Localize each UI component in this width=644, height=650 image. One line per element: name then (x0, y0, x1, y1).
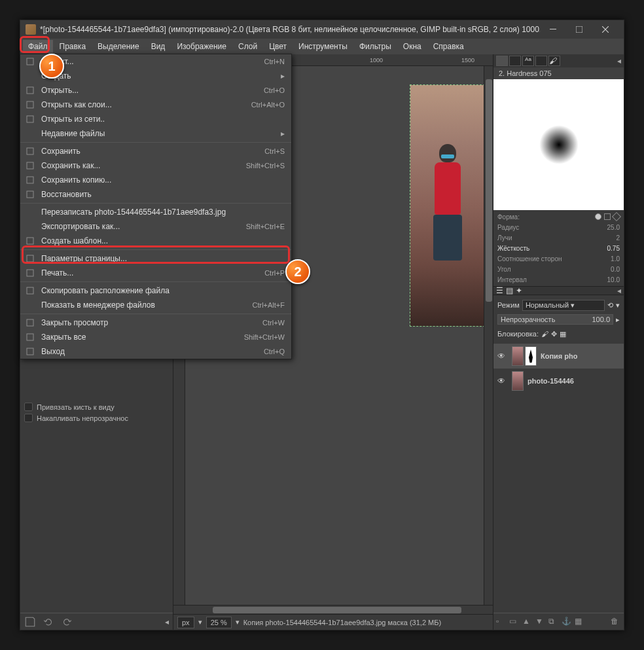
menu-item[interactable]: ВыходCtrl+Q (20, 344, 291, 359)
menu-item[interactable]: Создать шаблон... (20, 234, 291, 248)
merge-icon[interactable]: ⚓ (562, 617, 572, 627)
raise-icon[interactable]: ▲ (522, 617, 533, 627)
svg-rect-15 (27, 334, 33, 340)
menu-item[interactable]: Сохранить копию... (20, 173, 291, 187)
tab-patterns[interactable] (509, 56, 521, 66)
checkbox-icon[interactable] (24, 414, 33, 422)
dock-menu-icon[interactable]: ◂ (617, 56, 621, 65)
tool-option-row[interactable]: Накапливать непрозрачнос (20, 412, 173, 424)
menu-item[interactable]: Печать...Ctrl+P (20, 266, 291, 280)
opacity-slider[interactable]: Непрозрачность100.0 (497, 314, 613, 325)
tab-brushes[interactable] (496, 56, 508, 66)
paths-tab-icon[interactable]: ✦ (516, 286, 522, 295)
menu-item-label: Открыть как слои... (41, 100, 251, 109)
menu-item-label: Перезаписать photo-1544465544-1b71aee9df… (41, 208, 285, 217)
chevron-left-icon[interactable]: ◂ (165, 617, 169, 626)
menu-item[interactable]: Закрыть просмотрCtrl+W (20, 316, 291, 330)
tab-paint[interactable]: 🖌 (548, 56, 560, 66)
reset-icon[interactable]: ⟲ (607, 301, 613, 310)
menu-edit[interactable]: Правка (54, 40, 92, 53)
new-layer-icon[interactable]: ▫ (496, 617, 507, 627)
ruler-tick-label: 1500 (461, 57, 474, 63)
lower-icon[interactable]: ▼ (535, 617, 546, 627)
menu-file[interactable]: Файл (23, 40, 53, 53)
mode-label: Режим (497, 301, 520, 309)
save-icon (24, 146, 36, 156)
undo-icon[interactable] (43, 616, 54, 628)
menu-item[interactable]: Недавние файлы▸ (20, 126, 291, 141)
menu-item[interactable]: Сохранить как...Shift+Ctrl+S (20, 158, 291, 173)
duplicate-icon[interactable]: ⧉ (548, 617, 559, 627)
layer-item[interactable]: 👁 photo-154446 (493, 369, 624, 393)
menu-image[interactable]: Изображение (171, 40, 232, 53)
menu-item[interactable]: Закрыть всеShift+Ctrl+W (20, 330, 291, 344)
layer-name: Копия pho (541, 352, 577, 360)
menu-select[interactable]: Выделение (92, 40, 145, 53)
lock-label: Блокировка: (497, 330, 539, 338)
menu-item[interactable]: Перезаписать photo-1544465544-1b71aee9df… (20, 205, 291, 219)
lock-move-icon[interactable]: ✥ (551, 330, 557, 338)
layer-item[interactable]: 👁 Копия pho (493, 344, 624, 369)
eye-icon[interactable]: 👁 (497, 352, 508, 361)
menu-item-label: Сохранить как... (41, 161, 246, 170)
menu-filters[interactable]: Фильтры (354, 40, 397, 53)
mask-icon[interactable]: ▦ (575, 617, 585, 627)
shape-icons[interactable] (595, 213, 620, 220)
svg-rect-4 (27, 101, 33, 108)
chevron-down-icon[interactable]: ▾ (198, 618, 202, 626)
menu-layer[interactable]: Слой (233, 40, 262, 53)
file-menu-dropdown: ...роект...Ctrl+NСоздать▸Открыть...Ctrl+… (20, 54, 292, 359)
menu-item[interactable]: Открыть из сети.. (20, 112, 291, 126)
new-group-icon[interactable]: ▭ (509, 617, 520, 627)
tool-option-row[interactable]: Привязать кисть к виду (20, 401, 173, 412)
chevron-down-icon[interactable]: ▾ (236, 618, 240, 626)
delete-icon[interactable]: 🗑 (611, 617, 621, 627)
lock-brush-icon[interactable]: 🖌 (541, 330, 548, 338)
menu-item-shortcut: Ctrl+Alt+F (252, 301, 285, 309)
tab-history[interactable] (535, 56, 547, 66)
ruler-tick-label: 1000 (370, 57, 383, 63)
lock-alpha-icon[interactable]: ▦ (560, 330, 566, 338)
menu-item[interactable]: Открыть как слои...Ctrl+Alt+O (20, 98, 291, 112)
status-text: Копия photo-1544465544-1b71aee9dfa3.jpg … (243, 619, 441, 626)
zoom-field[interactable]: 25 % (206, 617, 232, 628)
mode-select[interactable]: Нормальный ▾ (522, 300, 605, 311)
svg-rect-9 (27, 191, 33, 198)
dock-menu-icon[interactable]: ◂ (617, 286, 621, 295)
app-icon (26, 24, 36, 35)
svg-rect-16 (27, 348, 33, 355)
menu-color[interactable]: Цвет (264, 40, 292, 53)
menu-item[interactable]: Открыть...Ctrl+O (20, 83, 291, 98)
channels-tab-icon[interactable]: ▤ (506, 286, 513, 295)
unit-selector[interactable]: px (177, 617, 194, 628)
save-icon[interactable] (24, 616, 36, 628)
menu-item[interactable]: Параметры страницы... (20, 251, 291, 266)
svg-rect-7 (27, 162, 33, 169)
menu-tools[interactable]: Инструменты (293, 40, 353, 53)
layer-list: 👁 Копия pho 👁 photo-154446 (493, 344, 624, 613)
menu-windows[interactable]: Окна (398, 40, 427, 53)
minimize-button[interactable] (540, 20, 566, 39)
layers-tab-icon[interactable]: ☰ (496, 286, 503, 295)
menu-item[interactable]: Показать в менеджере файловCtrl+Alt+F (20, 298, 291, 312)
checkbox-icon[interactable] (24, 403, 33, 411)
menu-view[interactable]: Вид (146, 40, 171, 53)
svg-rect-6 (27, 148, 33, 154)
redo-icon[interactable] (61, 616, 73, 628)
statusbar: px ▾ 25 % ▾ Копия photo-1544465544-1b71a… (173, 614, 493, 630)
maximize-button[interactable] (566, 20, 592, 39)
tab-fonts[interactable]: Aa (522, 56, 534, 66)
menu-help[interactable]: Справка (428, 40, 469, 53)
blank-icon (24, 207, 36, 217)
menu-separator (20, 281, 291, 282)
menu-item[interactable]: Скопировать расположение файла (20, 283, 291, 298)
scrollbar-vertical[interactable] (484, 66, 493, 605)
eye-icon[interactable]: 👁 (497, 376, 508, 386)
menu-item[interactable]: Восстановить (20, 187, 291, 202)
option-label: Привязать кисть к виду (37, 403, 115, 411)
scrollbar-horizontal[interactable] (173, 605, 493, 614)
menu-item[interactable]: Экспортировать как...Shift+Ctrl+E (20, 219, 291, 234)
close-button[interactable] (592, 20, 618, 39)
menu-item[interactable]: СохранитьCtrl+S (20, 144, 291, 158)
svg-rect-11 (27, 255, 33, 262)
